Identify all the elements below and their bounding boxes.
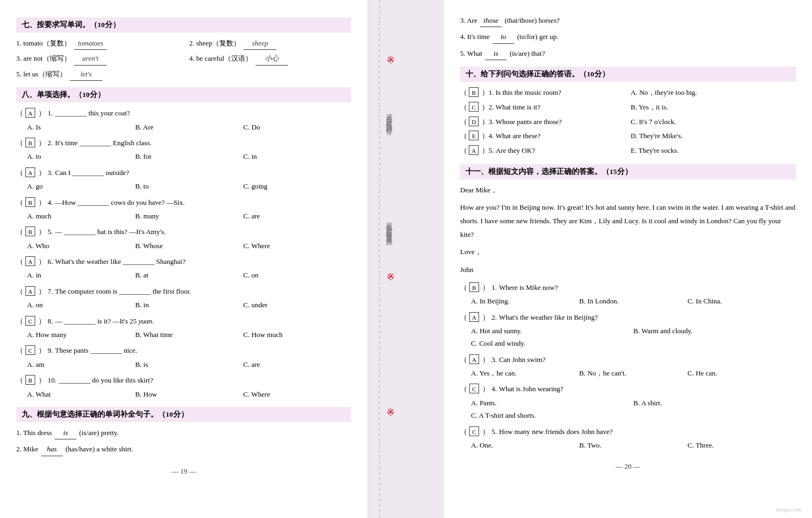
s10-grid: （ B ）1. Is this the music room? A. No，th… (460, 86, 796, 157)
s8-q3-text: Can I _________ outside? (55, 166, 129, 179)
s8-q8-num: 8. (48, 315, 53, 327)
s8-q1-optB: B. Are (135, 121, 244, 133)
s11-q4: （ C ） 4. What is John wearing? A. Pants.… (460, 383, 796, 422)
s8-q4-optB: B. many (135, 210, 244, 222)
s8-q4-options: A. much B. many C. are (16, 210, 351, 222)
section11-questions: （ B ） 1. Where is Mike now? A. In Beijin… (460, 281, 796, 452)
s8-q10-choice: B (25, 375, 35, 385)
s11-q1-optB: B. In London. (579, 295, 687, 307)
s7-q3-stem: are not（缩写） (23, 54, 71, 62)
s8-q9-bracket: （ (16, 344, 23, 357)
s8-q2-choice: B (25, 138, 35, 147)
s8-q8: （ C ） 8. — _________ is it? —It's 25 yua… (16, 315, 351, 341)
s10-q2-choice: C (469, 102, 479, 112)
section10-header: 十、给下列问句选择正确的答语。（10分） (460, 67, 796, 82)
s8-q5-stem-row: （ B ） 5. — _________ hat is this? —It's … (16, 225, 351, 238)
s7-q2-num: 2. (189, 39, 197, 47)
s9-q3: 3. Are those (that/those) horses? (460, 14, 796, 27)
s8-q7-optC: C. under (243, 299, 351, 311)
s11-q1-text: Where is Mike now? (499, 281, 558, 294)
s8-q1-optA: A. Is (27, 121, 135, 133)
s11-q5-options: A. One. B. Two. C. Three. (460, 439, 796, 451)
s11-q5-stem-row: （ C ） 5. How many new friends does John … (460, 425, 796, 438)
s8-q9-optC: C. are (243, 358, 351, 371)
s8-q5-options: A. Who B. Whose C. Where (16, 239, 351, 252)
s9-q5-answer: is (485, 47, 507, 60)
s8-q3-options: A. go B. to C. going (16, 180, 351, 192)
s11-q4-optB: B. A shirt. (633, 397, 796, 409)
s10-q3-left: （ D ）3. Whose pants are those? (460, 115, 625, 129)
section9-header: 九、根据句意选择正确的单词补全句子。（10分） (16, 407, 351, 422)
s11-q3-optC: C. He can. (687, 367, 796, 379)
s10-q5-choice: A (469, 145, 479, 155)
s8-q10-optA: A. What (27, 388, 135, 400)
s8-q6: （ A ） 6. What's the weather like _______… (16, 255, 351, 282)
s8-q7: （ A ） 7. The computer room is _________ … (16, 285, 351, 312)
s8-q10-optB: B. How (135, 388, 244, 400)
section9-cont: 3. Are those (that/those) horses? 4. It'… (460, 14, 796, 60)
passage-greeting: Dear Mike， (460, 184, 796, 197)
right-page: 3. Are those (that/those) horses? 4. It'… (444, 0, 812, 518)
s10-q5-b2: ）5. Are they OK? (480, 146, 535, 154)
s10-q3-right: C. It's 7 o'clock. (631, 115, 796, 129)
passage-name: John (460, 263, 796, 277)
s11-q4-optC: C. A T-shirt and shorts. (471, 409, 633, 422)
s8-q3-optC: C. going (243, 180, 351, 192)
s9-q4-answer: to (493, 30, 514, 43)
s11-q4-options: A. Pants. B. A shirt. C. A T-shirt and s… (460, 397, 796, 422)
s8-q2-bracket: （ (16, 137, 23, 149)
s8-q9: （ C ） 9. These pants _________ nice. A. … (16, 344, 351, 371)
s10-q2-left: （ C ）2. What time is it? (460, 101, 625, 114)
s8-q3-optA: A. go (27, 180, 135, 192)
s8-q3-choice: A (25, 167, 35, 177)
s11-q2-optA: A. Hot and sunny. (471, 325, 633, 337)
s7-q2-stem: sheep（复数） (197, 39, 241, 47)
s8-q7-num: 7. (48, 285, 53, 297)
s9-q1-hint: (is/are) pretty. (79, 429, 119, 437)
s11-q5-optC: C. Three. (687, 439, 796, 451)
side-text2: 超出密封线答题无效 (384, 217, 394, 236)
s10-q3-choice: D (469, 116, 479, 126)
s7-q4: 4. be careful（汉语） 小心 (189, 52, 352, 65)
s8-q1-num: 1. (48, 107, 53, 119)
s8-q7-stem-row: （ A ） 7. The computer room is _________ … (16, 285, 351, 297)
left-page-num: — 19 — (16, 467, 351, 476)
s8-q4-choice: B (25, 197, 35, 207)
s10-q1-choice: B (469, 87, 479, 97)
s8-q9-choice: C (25, 345, 35, 355)
s8-q2-options: A. to B. for C. in (16, 150, 351, 163)
s9-q5-stem1: 5. What (460, 49, 484, 57)
s11-q3-bracket2: ） (482, 353, 489, 366)
s7-q4-num: 4. (189, 54, 197, 62)
s8-q1: （ A ） 1. _________ this your coat? A. Is… (16, 107, 351, 133)
s7-q5-stem: let us（缩写） (23, 70, 67, 78)
s9-q3-stem1: 3. Are (460, 16, 479, 24)
s9-q4-stem1: 4. It's time (460, 33, 492, 41)
s8-q1-stem-row: （ A ） 1. _________ this your coat? (16, 107, 351, 119)
s8-q6-bracket: （ (16, 255, 23, 268)
side-text4: ※ (384, 271, 396, 284)
s8-q8-optA: A. How many (27, 328, 135, 341)
s9-q5: 5. What is (is/are) that? (460, 47, 796, 60)
s7-q1-stem: tomato（复数） (23, 39, 71, 47)
s8-q4-optA: A. much (27, 210, 135, 222)
s7-q1-answer: tomatoes (74, 37, 107, 50)
s11-q5-optB: B. Two. (579, 439, 687, 451)
s11-q5-choice: C (469, 426, 479, 436)
s8-q5-text: — _________ hat is this? —It's Amy's. (55, 225, 166, 238)
s8-q2-num: 2. (48, 137, 53, 149)
s10-q1-left: （ B ）1. Is this the music room? (460, 86, 625, 100)
s10-q4-choice: E (469, 131, 479, 140)
passage-sign: Love， (460, 245, 796, 259)
side-text1: 请在密封线内作答 (384, 108, 394, 126)
s9-q4-hint: (to/for) get up. (517, 33, 558, 41)
s10-q1-b2: ）1. Is this the music room? (480, 88, 561, 96)
s8-q6-optC: C. on (243, 269, 351, 281)
s8-q8-text: — _________ is it? —It's 25 yuan. (55, 315, 154, 327)
s10-q1-right: A. No，they're too big. (631, 86, 796, 100)
s8-q5-bracket2: ） (38, 225, 45, 238)
s8-q5-optC: C. Where (243, 239, 351, 252)
s11-q3-options: A. Yes，he can. B. No，he can't. C. He can… (460, 367, 796, 379)
s10-q3-b2: ）3. Whose pants are those? (480, 118, 562, 126)
s9-q3-answer: those (480, 14, 502, 27)
